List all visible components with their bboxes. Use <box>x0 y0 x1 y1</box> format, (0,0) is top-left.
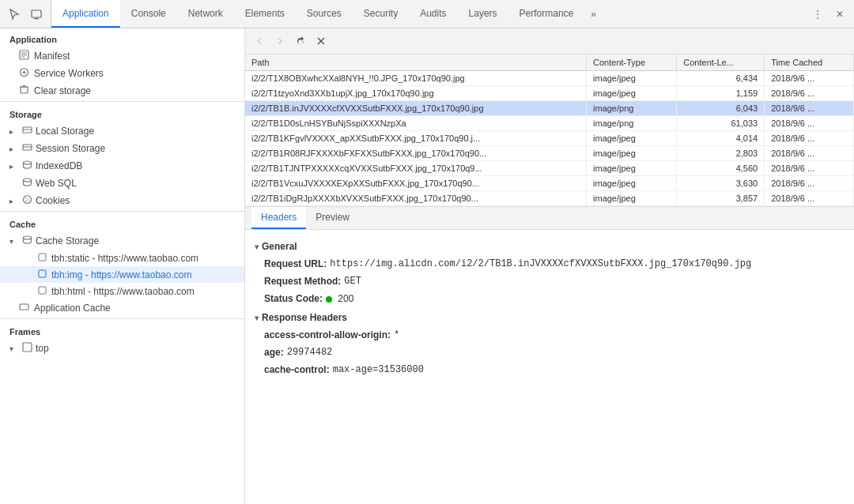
sidebar-item-websql[interactable]: Web SQL <box>0 175 244 192</box>
status-code-value: 200 <box>326 291 353 306</box>
col-header-content-length[interactable]: Content-Le... <box>677 55 765 71</box>
col-header-time-cached[interactable]: Time Cached <box>765 55 854 71</box>
application-cache-icon <box>19 302 29 314</box>
cache-html-label: tbh:html - https://www.taobao.com <box>51 286 195 297</box>
tab-sources[interactable]: Sources <box>296 0 353 28</box>
table-row[interactable]: i2/2/T1X8OBXwhcXXal8NYH_!!0.JPG_170x170q… <box>245 71 854 86</box>
svg-point-14 <box>24 161 32 164</box>
cookies-icon <box>22 194 32 207</box>
close-button[interactable]: ✕ <box>830 5 849 24</box>
local-storage-label: Local Storage <box>36 126 94 137</box>
clear-button[interactable] <box>313 33 329 49</box>
svg-rect-0 <box>32 10 41 17</box>
table-row[interactable]: i2/2/TB1R08RJFXXXXbFXFXXSutbFXXX.jpg_170… <box>245 146 854 161</box>
menu-button[interactable]: ⋮ <box>808 5 827 24</box>
tab-console[interactable]: Console <box>120 0 177 28</box>
forward-button[interactable] <box>272 33 288 49</box>
sidebar-item-cache-img[interactable]: tbh:img - https://www.taobao.com <box>0 266 244 283</box>
tab-audits[interactable]: Audits <box>409 0 457 28</box>
cache-storage-label: Cache Storage <box>36 235 99 246</box>
sidebar-item-cookies[interactable]: Cookies <box>0 192 244 209</box>
cell-content-type: image/png <box>587 116 677 131</box>
col-header-path[interactable]: Path <box>245 55 587 71</box>
back-button[interactable] <box>251 33 267 49</box>
cell-content-type: image/jpeg <box>587 131 677 146</box>
tab-preview[interactable]: Preview <box>306 207 359 229</box>
sidebar-item-service-workers[interactable]: Service Workers <box>0 65 244 82</box>
cache-nav-bar <box>245 28 854 55</box>
more-tabs-button[interactable]: » <box>584 0 603 28</box>
general-section-label: General <box>262 241 297 252</box>
table-row[interactable]: i2/2/TB1KFgvlVXXXX_apXXSutbFXXX.jpg_170x… <box>245 131 854 146</box>
sidebar-item-clear-storage[interactable]: Clear storage <box>0 82 244 100</box>
devtools-toolbar: Application Console Network Elements Sou… <box>0 0 854 28</box>
storage-section-header: Storage <box>0 103 244 122</box>
cell-path: i2/2/TB1D0sLnHSYBuNjSspiXXXNzpXa <box>245 116 587 131</box>
svg-rect-21 <box>39 254 46 261</box>
svg-rect-22 <box>39 270 46 277</box>
frames-section-header: Frames <box>0 321 244 340</box>
sidebar-item-application-cache[interactable]: Application Cache <box>0 299 244 317</box>
table-row[interactable]: i2/2/TB1D0sLnHSYBuNjSspiXXXNzpXa image/p… <box>245 116 854 131</box>
device-icon[interactable] <box>27 5 46 24</box>
svg-point-19 <box>26 201 28 202</box>
tab-layers[interactable]: Layers <box>458 0 508 28</box>
main-layout: Application Manifest Service Workers Cle… <box>0 28 854 504</box>
request-method-value: GET <box>344 274 361 288</box>
sidebar-item-session-storage[interactable]: Session Storage <box>0 140 244 157</box>
sidebar-item-cache-html[interactable]: tbh:html - https://www.taobao.com <box>0 283 244 299</box>
cell-content-type: image/jpeg <box>587 161 677 176</box>
table-row[interactable]: i2/2/TB1iDgRJpXXXXbXVXXSutbFXXX.jpg_170x… <box>245 191 854 206</box>
cell-path: i2/2/TB1B.inJVXXXXcfXVXXSutbFXXX.jpg_170… <box>245 101 587 116</box>
svg-point-16 <box>24 196 32 204</box>
cache-item-icon-2 <box>38 285 47 297</box>
cell-content-length: 6,043 <box>677 101 765 116</box>
top-frame-triangle <box>9 343 19 354</box>
top-frame-label: top <box>36 343 49 354</box>
toolbar-icons <box>0 0 51 28</box>
cookies-triangle <box>9 195 19 206</box>
cache-section-header: Cache <box>0 213 244 232</box>
response-headers-section-header[interactable]: ▾ Response Headers <box>255 307 845 326</box>
status-code-row: Status Code: 200 <box>255 290 845 307</box>
table-row[interactable]: i2/2/TB1B.inJVXXXXcfXVXXSutbFXXX.jpg_170… <box>245 101 854 116</box>
response-headers-list: access-control-allow-origin:*age:2997448… <box>255 326 845 378</box>
tab-performance[interactable]: Performance <box>508 0 585 28</box>
general-arrow: ▾ <box>255 243 259 251</box>
cell-time-cached: 2018/9/6 ... <box>765 191 854 206</box>
table-row[interactable]: i2/2/T1tzyoXnd3XXb1upjX.jpg_170x170q90.j… <box>245 86 854 101</box>
response-headers-arrow: ▾ <box>255 314 259 322</box>
websql-icon <box>22 177 32 190</box>
sidebar-item-cache-storage[interactable]: Cache Storage <box>0 232 244 250</box>
table-row[interactable]: i2/2/TB1TJNTPXXXXXcqXVXXSutbFXXX.jpg_170… <box>245 161 854 176</box>
response-header-row: age:29974482 <box>255 344 845 361</box>
sidebar-item-top-frame[interactable]: top <box>0 340 244 357</box>
cache-storage-icon <box>22 235 32 247</box>
sidebar-item-local-storage[interactable]: Local Storage <box>0 122 244 140</box>
general-section-header[interactable]: ▾ General <box>255 236 845 255</box>
tab-network[interactable]: Network <box>177 0 234 28</box>
local-storage-triangle <box>9 126 19 137</box>
sidebar-item-manifest[interactable]: Manifest <box>0 47 244 65</box>
cache-item-icon-1 <box>38 269 47 280</box>
session-storage-label: Session Storage <box>36 143 105 154</box>
tab-elements[interactable]: Elements <box>234 0 296 28</box>
refresh-button[interactable] <box>293 33 308 49</box>
sidebar-item-cache-static[interactable]: tbh:static - https://www.taobao.com <box>0 250 244 266</box>
cell-content-type: image/jpeg <box>587 191 677 206</box>
cookies-label: Cookies <box>36 195 70 206</box>
indexeddb-triangle <box>9 160 19 171</box>
cell-time-cached: 2018/9/6 ... <box>765 161 854 176</box>
cell-content-length: 4,014 <box>677 131 765 146</box>
status-code-key: Status Code: <box>264 291 323 306</box>
websql-label: Web SQL <box>36 178 77 189</box>
frame-icon <box>22 342 32 355</box>
tab-headers[interactable]: Headers <box>251 207 306 229</box>
table-row[interactable]: i2/2/TB1VcxuJVXXXXEXpXXSutbFXXX.jpg_170x… <box>245 176 854 191</box>
tab-application[interactable]: Application <box>51 0 120 28</box>
sidebar-item-indexeddb[interactable]: IndexedDB <box>0 157 244 175</box>
cursor-icon[interactable] <box>5 5 24 24</box>
col-header-content-type[interactable]: Content-Type <box>587 55 677 71</box>
request-url-row: Request URL: https://img.alicdn.com/i2/2… <box>255 255 845 273</box>
tab-security[interactable]: Security <box>353 0 409 28</box>
